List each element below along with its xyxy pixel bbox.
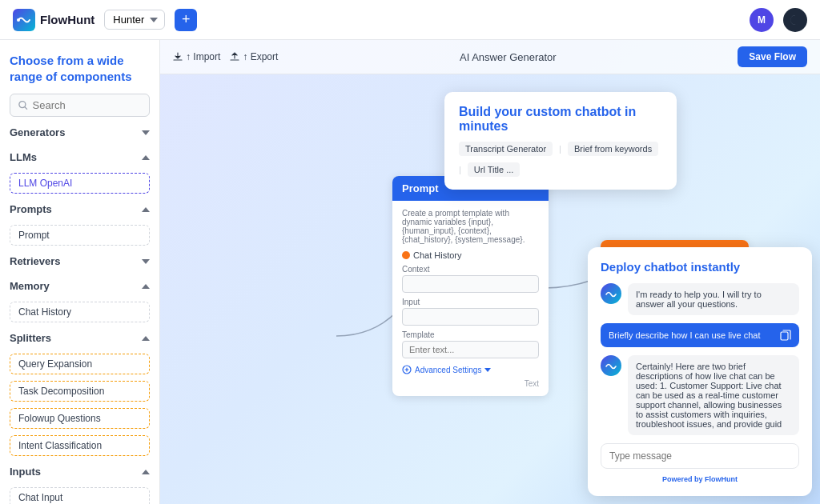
component-llm-openai[interactable]: LLM OpenAI bbox=[10, 173, 150, 194]
bot-bubble-1: I'm ready to help you. I will try to ans… bbox=[628, 283, 799, 315]
input-label: Input bbox=[402, 298, 539, 306]
app-name: FlowHunt bbox=[40, 13, 94, 26]
bot-avatar bbox=[601, 283, 621, 304]
sidebar-title: Choose from a wide range of components bbox=[10, 53, 150, 84]
svg-point-0 bbox=[17, 18, 20, 22]
copy-icon bbox=[780, 330, 791, 341]
canvas[interactable]: ↑ Import ↑ Export AI Answer Generator Sa… bbox=[160, 40, 820, 504]
prompt-node[interactable]: Prompt Create a prompt template with dyn… bbox=[392, 176, 549, 396]
sidebar: Choose from a wide range of components G… bbox=[0, 40, 160, 504]
user-message: Briefly describe how I can use live chat bbox=[601, 323, 799, 347]
import-button[interactable]: ↑ Import bbox=[173, 51, 220, 62]
chat-panel-title: Deploy chatbot instantly bbox=[601, 260, 799, 274]
logo-icon bbox=[13, 9, 35, 31]
main-layout: Choose from a wide range of components G… bbox=[0, 40, 820, 504]
chat-history-dot bbox=[402, 251, 410, 259]
search-box[interactable] bbox=[10, 94, 150, 117]
footer-brand: FlowHunt bbox=[705, 475, 738, 483]
tag-transcript[interactable]: Transcript Generator bbox=[459, 142, 553, 156]
text-label: Text bbox=[402, 379, 539, 388]
chat-message-input[interactable] bbox=[609, 450, 790, 462]
avatar: M bbox=[750, 8, 774, 32]
chevron-up-icon4 bbox=[142, 336, 150, 341]
bot-message-2: Certainly! Here are two brief descriptio… bbox=[601, 355, 799, 435]
context-label: Context bbox=[402, 265, 539, 274]
chevron-up-icon3 bbox=[142, 284, 150, 289]
tooltip-title: Build your custom chatbot in minutes bbox=[459, 105, 662, 134]
search-input[interactable] bbox=[33, 99, 141, 111]
chat-footer: Powered by FlowHunt bbox=[601, 475, 799, 483]
workspace-select[interactable]: Hunter bbox=[104, 10, 165, 30]
chevron-up-icon bbox=[142, 155, 150, 160]
chevron-down-icon bbox=[142, 130, 150, 135]
search-icon bbox=[18, 100, 28, 110]
flow-title: AI Answer Generator bbox=[287, 51, 728, 63]
section-llms[interactable]: LLMs bbox=[10, 148, 150, 166]
component-query-expansion[interactable]: Query Expansion bbox=[10, 354, 150, 374]
tag-brief[interactable]: Brief from keywords bbox=[568, 142, 658, 156]
export-icon bbox=[230, 52, 239, 62]
tooltip-build-chatbot: Build your custom chatbot in minutes Tra… bbox=[444, 92, 677, 190]
dark-mode-toggle[interactable] bbox=[783, 8, 807, 32]
svg-rect-8 bbox=[781, 332, 788, 340]
save-flow-button[interactable]: Save Flow bbox=[738, 46, 807, 67]
advanced-settings-prompt[interactable]: Advanced Settings bbox=[402, 365, 539, 374]
bot-bubble-2: Certainly! Here are two brief descriptio… bbox=[628, 355, 799, 435]
logo: FlowHunt bbox=[13, 9, 94, 31]
section-generators[interactable]: Generators bbox=[10, 123, 150, 142]
context-input[interactable] bbox=[402, 275, 539, 293]
bot-message-1: I'm ready to help you. I will try to ans… bbox=[601, 283, 799, 315]
bot-avatar-2 bbox=[601, 355, 621, 376]
section-memory[interactable]: Memory bbox=[10, 277, 150, 295]
chevron-down-icon2 bbox=[142, 259, 150, 264]
chat-input-row[interactable] bbox=[601, 443, 799, 469]
chevron-icon bbox=[484, 368, 491, 372]
settings-icon bbox=[402, 365, 412, 374]
chat-panel: Deploy chatbot instantly I'm ready to he… bbox=[588, 247, 812, 496]
canvas-toolbar: ↑ Import ↑ Export AI Answer Generator Sa… bbox=[160, 40, 820, 74]
template-label: Template bbox=[402, 330, 539, 339]
prompt-description: Create a prompt template with dynamic va… bbox=[402, 209, 539, 244]
chevron-up-icon2 bbox=[142, 207, 150, 212]
component-task-decomposition[interactable]: Task Decomposition bbox=[10, 381, 150, 402]
component-followup-questions[interactable]: Folowup Questions bbox=[10, 408, 150, 429]
chat-history-label: Chat History bbox=[413, 250, 462, 260]
section-retrievers[interactable]: Retrievers bbox=[10, 252, 150, 270]
component-prompt[interactable]: Prompt bbox=[10, 225, 150, 246]
chevron-up-icon5 bbox=[142, 470, 150, 474]
section-inputs[interactable]: Inputs bbox=[10, 462, 150, 481]
component-intent-classification[interactable]: Intent Classification bbox=[10, 435, 150, 456]
input-field[interactable] bbox=[402, 308, 539, 326]
topnav: FlowHunt Hunter + M bbox=[0, 0, 820, 40]
component-chat-history[interactable]: Chat History bbox=[10, 302, 150, 322]
prompt-node-body: Create a prompt template with dynamic va… bbox=[392, 201, 549, 396]
add-button[interactable]: + bbox=[175, 9, 197, 31]
export-button[interactable]: ↑ Export bbox=[230, 51, 278, 62]
tooltip-tags: Transcript Generator | Brief from keywor… bbox=[459, 142, 662, 177]
component-chat-input[interactable]: Chat Input bbox=[10, 487, 150, 504]
section-prompts[interactable]: Prompts bbox=[10, 200, 150, 218]
import-icon bbox=[173, 52, 183, 62]
section-splitters[interactable]: Splitters bbox=[10, 329, 150, 347]
tag-url[interactable]: Url Title ... bbox=[468, 162, 521, 177]
template-input[interactable] bbox=[402, 341, 539, 358]
